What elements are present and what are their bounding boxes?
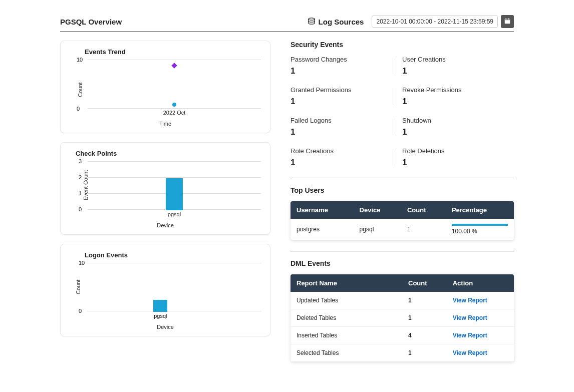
security-metric[interactable]: User Creations1 [402,56,514,76]
security-metric[interactable]: Role Creations1 [291,147,402,168]
x-tick: pgsql [154,313,167,319]
metric-label: User Creations [402,56,508,63]
svg-point-0 [309,18,315,20]
col-report-name[interactable]: Report Name [291,274,402,292]
metric-label: Granted Permissions [291,86,396,94]
y-tick: 0 [77,106,80,112]
logon-events-card: Logon Events Count 10 0 pgsql Device [60,244,270,336]
security-metric[interactable]: Password Changes1 [291,56,402,76]
metric-value: 1 [291,66,396,76]
metric-value: 1 [291,158,396,168]
metric-value: 1 [291,127,396,137]
x-tick: pgsql [168,211,181,217]
events-trend-chart[interactable]: Count 10 0 2022 Oct [88,60,261,120]
y-axis-label: Event Count [83,170,89,201]
metric-label: Shutdown [402,117,508,124]
svg-rect-2 [505,19,510,20]
metric-value: 1 [291,97,396,107]
cell-count: 1 [402,344,447,362]
table-row: Selected Tables1View Report [291,344,514,362]
col-percentage[interactable]: Percentage [446,201,514,219]
calendar-icon [504,18,511,26]
header-bar: PGSQL Overview Log Sources 2022-10-01 00… [60,15,514,32]
metric-label: Password Changes [291,56,396,63]
view-report-link[interactable]: View Report [453,349,487,356]
log-sources-button[interactable]: Log Sources [308,18,364,26]
divider [291,251,514,251]
cell-username: postgres [291,219,354,240]
y-tick: 3 [79,158,82,164]
grid-line [88,177,261,178]
y-tick: 1 [79,190,82,196]
chart-title: Logon Events [85,251,261,259]
security-metrics-grid: Password Changes1User Creations1Granted … [291,56,514,168]
col-device[interactable]: Device [354,201,401,219]
bar[interactable] [166,178,183,210]
page-title: PGSQL Overview [60,18,308,26]
dml-events-title: DML Events [291,259,514,267]
check-points-chart[interactable]: Event Count 3 2 1 0 pgsql [88,161,261,221]
cell-count: 1 [402,292,447,309]
cell-count: 1 [402,309,447,327]
cell-device: pgsql [354,219,401,240]
grid-line [88,161,261,162]
check-points-card: Check Points Event Count 3 2 1 0 pgsql D… [60,142,270,235]
security-events-title: Security Events [291,41,514,49]
security-metric[interactable]: Shutdown1 [402,117,514,137]
cell-report-name: Deleted Tables [291,309,402,327]
cell-report-name: Inserted Tables [291,327,402,344]
col-count[interactable]: Count [401,201,446,219]
bar[interactable] [153,300,167,312]
divider [291,178,514,178]
y-tick: 0 [79,206,82,212]
x-axis-label: Device [70,324,261,330]
view-report-link[interactable]: View Report [453,332,487,339]
table-row: Deleted Tables1View Report [291,309,514,327]
top-users-table: Username Device Count Percentage postgre… [291,201,514,240]
grid-line [88,263,261,263]
y-axis-label: Count [75,279,81,294]
percentage-text: 100.00 % [452,228,477,235]
table-row: Updated Tables1View Report [291,292,514,309]
cell-report-name: Updated Tables [291,292,402,309]
metric-label: Revoke Permissions [402,86,508,94]
metric-value: 1 [402,158,508,168]
y-tick: 2 [79,174,82,180]
logon-events-chart[interactable]: Count 10 0 pgsql [88,263,261,323]
date-range-picker[interactable]: 2022-10-01 00:00:00 - 2022-11-15 23:59:5… [372,16,498,28]
security-metric[interactable]: Revoke Permissions1 [402,86,514,107]
view-report-link[interactable]: View Report [453,297,487,304]
svg-rect-3 [506,18,506,20]
x-tick: 2022 Oct [163,110,186,116]
col-username[interactable]: Username [291,201,354,219]
data-point-diamond[interactable] [171,63,177,68]
y-tick: 10 [77,57,83,63]
cell-percentage: 100.00 % [446,219,514,240]
y-axis-label: Count [77,82,83,97]
metric-value: 1 [402,97,508,107]
cell-count: 1 [401,219,446,240]
security-metric[interactable]: Role Deletions1 [402,147,514,168]
cell-count: 4 [402,327,447,344]
security-metric[interactable]: Granted Permissions1 [291,86,402,107]
svg-rect-4 [508,18,509,20]
table-row[interactable]: postgrespgsql1100.00 % [291,219,514,240]
y-tick: 0 [79,308,82,314]
log-sources-label: Log Sources [319,18,364,26]
metric-value: 1 [402,127,508,137]
metric-value: 1 [402,66,508,76]
table-row: Inserted Tables4View Report [291,327,514,344]
chart-title: Events Trend [85,48,261,56]
col-count[interactable]: Count [402,274,447,292]
view-report-link[interactable]: View Report [453,314,487,321]
events-trend-card: Events Trend Count 10 0 2022 Oct Time [60,41,270,133]
top-users-title: Top Users [291,186,514,194]
data-point-circle[interactable] [172,103,176,107]
metric-label: Role Creations [291,147,396,155]
metric-label: Role Deletions [402,147,508,155]
chart-title: Check Points [76,150,261,157]
security-metric[interactable]: Failed Logons1 [291,117,402,137]
calendar-button[interactable] [501,15,514,28]
percentage-bar [452,224,508,226]
col-action[interactable]: Action [447,274,514,292]
